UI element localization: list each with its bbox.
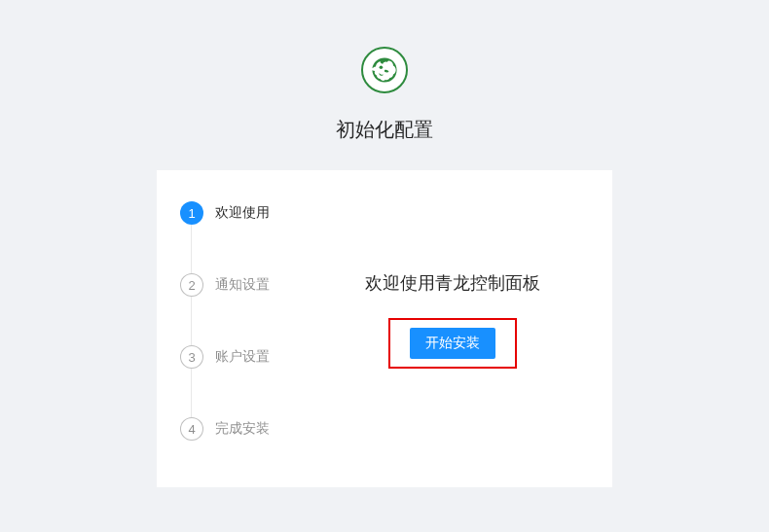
welcome-title: 欢迎使用青龙控制面板 [365,271,540,295]
step-label: 通知设置 [215,276,270,294]
step-notification: 2 通知设置 [180,273,316,297]
qinglong-dragon-icon [367,53,402,88]
step-content: 欢迎使用青龙控制面板 开始安装 [316,201,589,441]
step-finish: 4 完成安装 [180,417,316,441]
step-label: 账户设置 [215,348,270,366]
step-label: 完成安装 [215,420,270,438]
step-welcome: 1 欢迎使用 [180,201,316,225]
app-logo [361,47,408,93]
svg-point-0 [380,66,384,70]
step-number-icon: 2 [180,273,203,297]
setup-card: 1 欢迎使用 2 通知设置 3 账户设置 4 完成安装 欢迎使用青龙控制面板 [157,170,612,487]
step-label: 欢迎使用 [215,204,270,222]
highlight-annotation: 开始安装 [388,318,517,369]
step-account: 3 账户设置 [180,345,316,369]
step-number-icon: 1 [180,201,203,225]
step-number-icon: 4 [180,417,203,441]
page-title: 初始化配置 [336,117,433,143]
start-install-button[interactable]: 开始安装 [410,328,495,359]
steps-nav: 1 欢迎使用 2 通知设置 3 账户设置 4 完成安装 [180,201,316,441]
step-number-icon: 3 [180,345,203,369]
